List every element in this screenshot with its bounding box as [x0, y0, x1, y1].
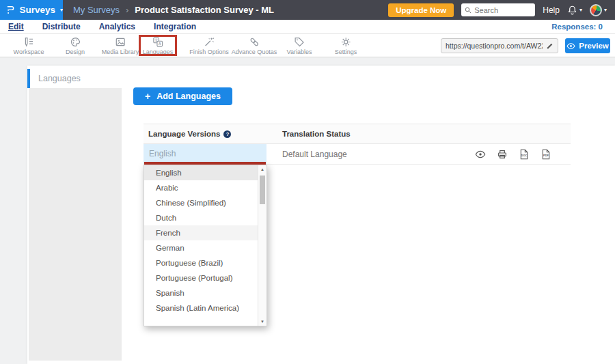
status-default-language: Default Language [282, 144, 347, 165]
toolbar-item-media-library[interactable]: Media Library [102, 36, 139, 55]
upgrade-now-button[interactable]: Upgrade Now [388, 3, 454, 17]
export-pdf-icon[interactable]: PDF [541, 149, 551, 160]
add-languages-button[interactable]: + Add Languages [133, 87, 232, 105]
questionpro-languages-screen: Surveys ▾ My Surveys › Product Satisfact… [0, 0, 615, 364]
svg-text:DOC: DOC [521, 154, 528, 157]
toolbar-label: Advance Quotas [232, 48, 277, 55]
toolbar-item-advance-quotas[interactable]: Advance Quotas [232, 36, 277, 55]
view-icon[interactable] [475, 149, 486, 160]
survey-url-field: https://questionpro.com/t/AW22Zd1S1 [441, 38, 558, 53]
responses-count[interactable]: Responses: 0 [551, 23, 615, 31]
dropdown-option-dutch[interactable]: Dutch [144, 210, 258, 225]
tab-distribute[interactable]: Distribute [42, 22, 81, 31]
toolbar-label: Settings [335, 48, 357, 55]
pencil-icon [546, 42, 554, 50]
dropdown-option-french[interactable]: French [144, 225, 258, 240]
toolbar-label: Design [66, 48, 85, 55]
toolbar-label: Workspace [14, 48, 44, 55]
dropdown-option-portuguese-portugal[interactable]: Portuguese (Portugal) [144, 270, 258, 285]
toolbar-item-variables[interactable]: Variables [287, 36, 312, 55]
dropdown-option-english[interactable]: English [144, 165, 258, 180]
search-input[interactable] [474, 6, 529, 14]
tag-icon [293, 36, 305, 48]
product-label: Surveys [19, 5, 55, 15]
toolbar-item-settings[interactable]: Settings [335, 36, 357, 55]
survey-title: Product Satisfaction Survey - ML [135, 5, 274, 15]
scroll-up-icon[interactable]: ▲ [258, 167, 266, 171]
bell-icon [567, 5, 577, 15]
edit-toolbar: Workspace Design Media Library 文 A [0, 34, 615, 57]
scroll-down-icon[interactable]: ▼ [258, 320, 266, 324]
print-icon[interactable] [497, 149, 508, 160]
toolbar-label: Media Library [102, 48, 139, 55]
chain-links-icon [248, 36, 260, 48]
export-doc-icon[interactable]: DOC [519, 149, 530, 160]
edit-url-button[interactable] [543, 42, 558, 50]
column-translation-status: Translation Status [282, 130, 351, 138]
svg-text:PDF: PDF [543, 154, 549, 157]
preview-label: Preview [579, 42, 608, 50]
toolbar-item-finish-options[interactable]: Finish Options [189, 36, 229, 55]
row-actions: DOC PDF [475, 144, 551, 165]
surveys-product-menu[interactable]: Surveys ▾ [0, 0, 63, 20]
dropdown-option-arabic[interactable]: Arabic [144, 180, 258, 195]
scrollbar-thumb[interactable] [260, 176, 265, 204]
dropdown-option-spanish-latin-america[interactable]: Spanish (Latin America) [144, 300, 258, 316]
language-dropdown: English Arabic Chinese (Simplified) Dutc… [144, 165, 267, 326]
tab-analytics[interactable]: Analytics [99, 22, 135, 31]
help-link[interactable]: Help [543, 5, 560, 15]
preview-button[interactable]: Preview [565, 38, 610, 53]
breadcrumb-separator: › [126, 5, 128, 15]
dropdown-scrollbar[interactable]: ▲ ▼ [258, 165, 266, 326]
toolbar-item-design[interactable]: Design [66, 36, 85, 55]
dropdown-option-portuguese-brazil[interactable]: Portuguese (Brazil) [144, 255, 258, 270]
table-header: Language Versions ? Translation Status [144, 124, 571, 144]
help-icon[interactable]: ? [223, 130, 231, 138]
table-row: English Default Language [144, 144, 571, 165]
questionpro-logo [6, 4, 14, 16]
chevron-down-icon: ▾ [579, 8, 582, 13]
gear-icon [340, 36, 352, 48]
global-search[interactable] [461, 3, 535, 16]
eye-icon [566, 42, 575, 51]
language-versions-table: Language Versions ? Translation Status E… [144, 124, 571, 165]
tab-edit[interactable]: Edit [8, 22, 24, 31]
sidebar-item-label: Languages [38, 74, 81, 83]
top-bar: Surveys ▾ My Surveys › Product Satisfact… [0, 0, 615, 20]
toolbar-item-workspace[interactable]: Workspace [14, 36, 44, 55]
language-name-input[interactable]: English [144, 144, 266, 164]
plus-icon: + [145, 91, 150, 102]
image-icon [115, 36, 126, 48]
sidebar-background [29, 88, 122, 361]
sidebar-item-languages[interactable]: Languages [27, 69, 123, 88]
avatar [590, 4, 602, 16]
column-label: Language Versions [148, 130, 220, 138]
toolbar-label: Finish Options [189, 48, 229, 55]
languages-highlight-box [139, 35, 177, 56]
chevron-down-icon: ▾ [60, 8, 63, 13]
workspace-icon [23, 36, 34, 48]
add-languages-label: Add Languages [156, 92, 221, 101]
breadcrumb-my-surveys[interactable]: My Surveys [73, 5, 120, 15]
account-menu[interactable]: ▾ [590, 4, 607, 16]
survey-nav: Edit Distribute Analytics Integration Re… [0, 20, 615, 34]
notifications-menu[interactable]: ▾ [567, 5, 582, 15]
column-language-versions: Language Versions ? [144, 130, 231, 138]
languages-panel: Languages + Add Languages Language Versi… [27, 66, 615, 364]
dropdown-option-spanish[interactable]: Spanish [144, 285, 258, 300]
topbar-right-cluster: Upgrade Now Help ▾ ▾ [388, 3, 615, 17]
toolbar-label: Variables [287, 48, 312, 55]
dropdown-option-german[interactable]: German [144, 240, 258, 255]
tab-integration[interactable]: Integration [154, 22, 196, 31]
survey-url[interactable]: https://questionpro.com/t/AW22Zd1S1 [441, 42, 543, 50]
dropdown-option-chinese-simplified[interactable]: Chinese (Simplified) [144, 195, 258, 210]
search-icon [465, 7, 472, 14]
breadcrumb: My Surveys › Product Satisfaction Survey… [73, 5, 274, 15]
chevron-down-icon: ▾ [604, 8, 607, 13]
palette-icon [69, 36, 81, 48]
magic-wand-icon [204, 36, 215, 48]
